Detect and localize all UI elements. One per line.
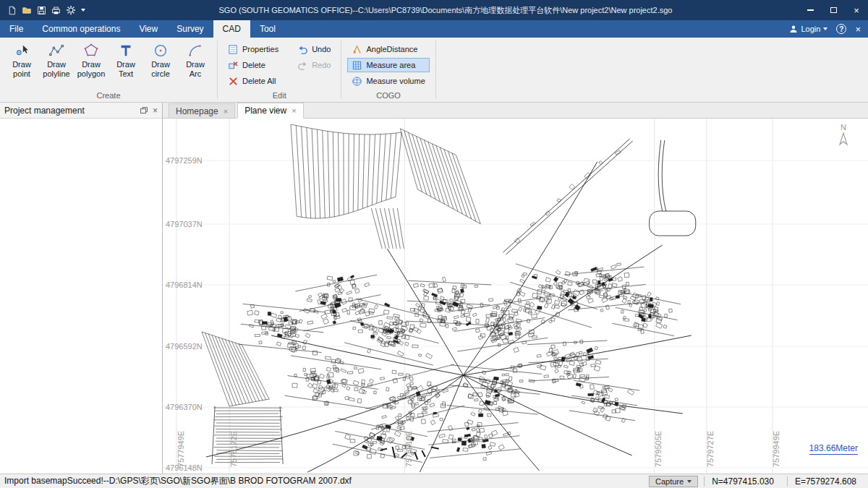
ribbon-group-cogo: AngleDistance Measure area Measure volum…	[341, 38, 435, 102]
login-button[interactable]: Login	[789, 25, 827, 33]
properties-icon	[228, 44, 239, 55]
open-folder-icon[interactable]	[22, 6, 32, 15]
scale-indicator: 183.66Meter	[809, 443, 858, 455]
settings-gear-icon[interactable]	[66, 5, 76, 15]
measure-volume-button[interactable]: Measure volume	[347, 74, 429, 88]
maximize-button[interactable]	[822, 0, 845, 20]
draw-arc-icon	[187, 43, 203, 59]
map-canvas[interactable]: 4797259N 4797037N 4796814N 4796592N 4796…	[163, 119, 868, 474]
draw-text-button[interactable]: Draw Text	[110, 40, 142, 80]
north-arrow-icon	[838, 132, 849, 147]
status-message: Import basemapSucceed!--D:\GPS\彩页\SGO\新S…	[4, 475, 649, 487]
close-tab-icon[interactable]: ×	[224, 107, 228, 116]
titlebar: SGO (SOUTH GEOMATICS OFFICE)--C:\Users\P…	[0, 0, 868, 20]
draw-polygon-icon	[83, 43, 99, 59]
menu-tab-file[interactable]: File	[0, 20, 33, 38]
grid-label-e: 7579727E	[706, 431, 715, 467]
group-label-cogo: COGO	[347, 90, 429, 102]
draw-polyline-button[interactable]: Draw polyline	[41, 40, 72, 80]
maximize-icon	[830, 7, 837, 13]
close-tab-icon[interactable]: ×	[292, 106, 296, 115]
redo-icon	[297, 60, 308, 71]
draw-circle-icon	[153, 43, 169, 59]
login-label: Login	[801, 25, 820, 33]
grid-label-n: 4797259N	[166, 156, 203, 165]
quick-access-chevron-icon[interactable]	[81, 9, 85, 12]
grid-label-n: 4796814N	[166, 281, 203, 289]
cursor-n-coordinate: N=4797415.030	[704, 476, 781, 487]
measure-area-button[interactable]: Measure area	[347, 58, 429, 72]
grid-label-n: 4796370N	[166, 403, 203, 411]
delete-all-icon	[228, 76, 239, 87]
undo-button[interactable]: Undo	[293, 42, 335, 56]
ribbon-separator	[435, 40, 436, 99]
help-button[interactable]: ?	[836, 24, 846, 34]
grid-label-e: 7578172E	[229, 431, 238, 467]
menu-tab-cad[interactable]: CAD	[213, 20, 250, 38]
properties-button[interactable]: Properties	[224, 42, 283, 56]
ribbon-group-edit: Properties Undo Delete Redo Delete All	[218, 38, 341, 102]
statusbar: Import basemapSucceed!--D:\GPS\彩页\SGO\新S…	[0, 474, 868, 488]
redo-button[interactable]: Redo	[293, 58, 335, 72]
draw-point-button[interactable]: Draw point	[6, 40, 38, 80]
menu-tab-survey[interactable]: Survey	[167, 20, 213, 38]
print-icon[interactable]	[51, 6, 61, 15]
ribbon: Draw point Draw polyline Draw polygon Dr…	[0, 38, 868, 103]
menu-tab-common-operations[interactable]: Common operations	[33, 20, 129, 38]
grid-label-n: 4797037N	[166, 220, 203, 228]
draw-polygon-button[interactable]: Draw polygon	[75, 40, 107, 80]
project-panel-title: Project management	[4, 106, 85, 116]
menu-tab-tool[interactable]: Tool	[250, 20, 285, 38]
login-caret-icon	[823, 27, 827, 30]
project-management-panel: Project management ×	[0, 103, 163, 474]
close-panel-icon[interactable]: ×	[153, 106, 158, 116]
delete-icon	[228, 60, 239, 71]
window-title: SGO (SOUTH GEOMATICS OFFICE)--C:\Users\P…	[93, 5, 799, 16]
capture-button[interactable]: Capture	[649, 476, 698, 487]
grid-label-n: 4796592N	[166, 342, 203, 351]
draw-polyline-icon	[48, 43, 64, 59]
grid-label-e: 7578616E	[404, 431, 413, 467]
group-label-create: Create	[6, 90, 211, 102]
grid-label-e: 7577949E	[176, 431, 185, 467]
draw-text-icon	[118, 43, 134, 59]
delete-all-button[interactable]: Delete All	[224, 74, 283, 88]
measure-area-icon	[352, 60, 362, 71]
measure-volume-icon	[352, 76, 362, 87]
quick-access-toolbar	[0, 5, 93, 15]
tab-plane-view[interactable]: Plane view ×	[237, 103, 303, 119]
grid-label-e: 7579505E	[654, 431, 663, 467]
north-compass: N	[838, 123, 849, 147]
tab-homepage[interactable]: Homepage ×	[169, 103, 235, 118]
ribbon-close-button[interactable]: ×	[855, 24, 861, 35]
float-panel-icon[interactable]	[140, 106, 148, 115]
ribbon-group-create: Draw point Draw polyline Draw polygon Dr…	[0, 38, 217, 102]
grid-label-e: 7579949E	[772, 431, 780, 467]
menu-tab-view[interactable]: View	[129, 20, 167, 38]
document-tabstrip: Homepage × Plane view ×	[163, 103, 868, 119]
minimize-button[interactable]	[799, 0, 822, 20]
capture-caret-icon	[687, 480, 692, 483]
angle-distance-button[interactable]: AngleDistance	[347, 42, 429, 56]
compass-n-label: N	[841, 123, 846, 132]
app-window: SGO (SOUTH GEOMATICS OFFICE)--C:\Users\P…	[0, 0, 868, 488]
angle-distance-icon	[352, 44, 362, 55]
user-icon	[789, 25, 798, 33]
group-label-edit: Edit	[224, 90, 335, 102]
draw-point-icon	[14, 43, 30, 59]
close-window-button[interactable]: ×	[845, 0, 868, 20]
cursor-e-coordinate: E=7579274.608	[787, 476, 864, 487]
draw-circle-button[interactable]: Draw circle	[145, 40, 176, 80]
project-tree-area[interactable]	[0, 119, 162, 474]
map-drawing	[163, 119, 868, 474]
menubar: File Common operations View Survey CAD T…	[0, 20, 868, 38]
undo-icon	[297, 44, 308, 55]
new-file-icon[interactable]	[7, 6, 17, 15]
save-icon[interactable]	[37, 6, 46, 15]
delete-button[interactable]: Delete	[224, 58, 283, 72]
draw-arc-button[interactable]: Draw Arc	[179, 40, 211, 80]
minimize-icon	[807, 9, 814, 11]
